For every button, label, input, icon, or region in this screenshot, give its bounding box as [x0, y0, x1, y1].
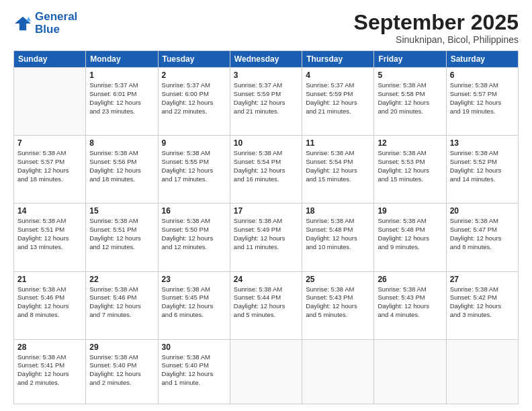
table-row: 17Sunrise: 5:38 AM Sunset: 5:49 PM Dayli… [230, 203, 302, 271]
subtitle: Sinuknipan, Bicol, Philippines [354, 34, 519, 45]
table-row: 27Sunrise: 5:38 AM Sunset: 5:42 PM Dayli… [446, 271, 518, 339]
day-info: Sunrise: 5:38 AM Sunset: 5:52 PM Dayligh… [450, 149, 515, 183]
day-info: Sunrise: 5:38 AM Sunset: 5:50 PM Dayligh… [162, 217, 226, 251]
table-row: 13Sunrise: 5:38 AM Sunset: 5:52 PM Dayli… [446, 136, 518, 203]
table-row [14, 68, 86, 136]
day-number: 10 [234, 138, 298, 148]
day-info: Sunrise: 5:38 AM Sunset: 5:40 PM Dayligh… [89, 353, 154, 387]
day-number: 30 [162, 342, 226, 352]
col-friday: Friday [374, 51, 446, 68]
table-row [446, 339, 518, 404]
table-row: 19Sunrise: 5:38 AM Sunset: 5:48 PM Dayli… [374, 203, 446, 271]
table-row: 20Sunrise: 5:38 AM Sunset: 5:47 PM Dayli… [446, 203, 518, 271]
day-info: Sunrise: 5:38 AM Sunset: 5:41 PM Dayligh… [17, 353, 82, 387]
day-number: 13 [450, 138, 515, 148]
table-row: 3Sunrise: 5:37 AM Sunset: 5:59 PM Daylig… [230, 68, 302, 136]
table-row: 25Sunrise: 5:38 AM Sunset: 5:43 PM Dayli… [302, 271, 374, 339]
day-number: 18 [306, 206, 370, 216]
header: General Blue September 2025 Sinuknipan, … [13, 11, 519, 45]
day-number: 19 [378, 206, 442, 216]
day-number: 21 [17, 275, 82, 284]
day-info: Sunrise: 5:38 AM Sunset: 5:51 PM Dayligh… [17, 217, 82, 251]
day-info: Sunrise: 5:38 AM Sunset: 5:55 PM Dayligh… [162, 149, 226, 183]
logo-icon [13, 15, 32, 32]
day-info: Sunrise: 5:38 AM Sunset: 5:43 PM Dayligh… [378, 285, 442, 320]
day-number: 29 [89, 342, 154, 352]
day-info: Sunrise: 5:38 AM Sunset: 5:40 PM Dayligh… [162, 353, 226, 387]
day-info: Sunrise: 5:38 AM Sunset: 5:47 PM Dayligh… [450, 217, 515, 251]
day-info: Sunrise: 5:38 AM Sunset: 5:51 PM Dayligh… [89, 217, 154, 251]
table-row [302, 339, 374, 404]
day-number: 4 [306, 71, 370, 80]
day-number: 14 [17, 206, 82, 216]
page: General Blue September 2025 Sinuknipan, … [0, 0, 532, 411]
day-info: Sunrise: 5:38 AM Sunset: 5:43 PM Dayligh… [306, 285, 370, 320]
day-info: Sunrise: 5:38 AM Sunset: 5:53 PM Dayligh… [378, 149, 442, 183]
table-row: 23Sunrise: 5:38 AM Sunset: 5:45 PM Dayli… [158, 271, 230, 339]
day-number: 17 [234, 206, 298, 216]
logo: General Blue [13, 11, 77, 36]
day-number: 16 [162, 206, 226, 216]
day-number: 7 [17, 138, 82, 148]
table-row [230, 339, 302, 404]
day-info: Sunrise: 5:38 AM Sunset: 5:58 PM Dayligh… [378, 81, 442, 116]
day-info: Sunrise: 5:38 AM Sunset: 5:54 PM Dayligh… [306, 149, 370, 183]
table-row: 4Sunrise: 5:37 AM Sunset: 5:59 PM Daylig… [302, 68, 374, 136]
day-number: 6 [450, 71, 515, 80]
day-number: 22 [89, 275, 154, 284]
day-number: 26 [378, 275, 442, 284]
col-monday: Monday [86, 51, 158, 68]
day-number: 9 [162, 138, 226, 148]
calendar-week-row: 14Sunrise: 5:38 AM Sunset: 5:51 PM Dayli… [14, 203, 519, 271]
table-row: 9Sunrise: 5:38 AM Sunset: 5:55 PM Daylig… [158, 136, 230, 203]
day-info: Sunrise: 5:38 AM Sunset: 5:46 PM Dayligh… [17, 285, 82, 320]
calendar-table: Sunday Monday Tuesday Wednesday Thursday… [13, 50, 519, 404]
svg-marker-1 [26, 16, 31, 21]
day-number: 28 [17, 342, 82, 352]
table-row: 1Sunrise: 5:37 AM Sunset: 6:01 PM Daylig… [86, 68, 158, 136]
month-title: September 2025 [354, 11, 519, 34]
day-number: 5 [378, 71, 442, 80]
day-info: Sunrise: 5:38 AM Sunset: 5:49 PM Dayligh… [234, 217, 298, 251]
col-sunday: Sunday [14, 51, 86, 68]
table-row: 14Sunrise: 5:38 AM Sunset: 5:51 PM Dayli… [14, 203, 86, 271]
table-row: 2Sunrise: 5:37 AM Sunset: 6:00 PM Daylig… [158, 68, 230, 136]
logo-text: General Blue [35, 11, 77, 36]
table-row: 28Sunrise: 5:38 AM Sunset: 5:41 PM Dayli… [14, 339, 86, 404]
day-info: Sunrise: 5:38 AM Sunset: 5:48 PM Dayligh… [306, 217, 370, 251]
table-row: 21Sunrise: 5:38 AM Sunset: 5:46 PM Dayli… [14, 271, 86, 339]
table-row: 12Sunrise: 5:38 AM Sunset: 5:53 PM Dayli… [374, 136, 446, 203]
day-number: 23 [162, 275, 226, 284]
day-info: Sunrise: 5:38 AM Sunset: 5:54 PM Dayligh… [234, 149, 298, 183]
day-info: Sunrise: 5:37 AM Sunset: 6:00 PM Dayligh… [162, 81, 226, 116]
table-row: 16Sunrise: 5:38 AM Sunset: 5:50 PM Dayli… [158, 203, 230, 271]
calendar-header-row: Sunday Monday Tuesday Wednesday Thursday… [14, 51, 519, 68]
day-number: 3 [234, 71, 298, 80]
table-row: 11Sunrise: 5:38 AM Sunset: 5:54 PM Dayli… [302, 136, 374, 203]
table-row [374, 339, 446, 404]
day-number: 8 [89, 138, 154, 148]
calendar-week-row: 1Sunrise: 5:37 AM Sunset: 6:01 PM Daylig… [14, 68, 519, 136]
col-wednesday: Wednesday [230, 51, 302, 68]
day-info: Sunrise: 5:38 AM Sunset: 5:56 PM Dayligh… [89, 149, 154, 183]
table-row: 30Sunrise: 5:38 AM Sunset: 5:40 PM Dayli… [158, 339, 230, 404]
day-info: Sunrise: 5:38 AM Sunset: 5:44 PM Dayligh… [234, 285, 298, 320]
col-thursday: Thursday [302, 51, 374, 68]
title-block: September 2025 Sinuknipan, Bicol, Philip… [354, 11, 519, 45]
day-number: 24 [234, 275, 298, 284]
table-row: 8Sunrise: 5:38 AM Sunset: 5:56 PM Daylig… [86, 136, 158, 203]
day-info: Sunrise: 5:38 AM Sunset: 5:46 PM Dayligh… [89, 285, 154, 320]
table-row: 18Sunrise: 5:38 AM Sunset: 5:48 PM Dayli… [302, 203, 374, 271]
day-number: 25 [306, 275, 370, 284]
calendar-week-row: 21Sunrise: 5:38 AM Sunset: 5:46 PM Dayli… [14, 271, 519, 339]
calendar-week-row: 7Sunrise: 5:38 AM Sunset: 5:57 PM Daylig… [14, 136, 519, 203]
table-row: 5Sunrise: 5:38 AM Sunset: 5:58 PM Daylig… [374, 68, 446, 136]
day-info: Sunrise: 5:38 AM Sunset: 5:48 PM Dayligh… [378, 217, 442, 251]
day-number: 11 [306, 138, 370, 148]
table-row: 24Sunrise: 5:38 AM Sunset: 5:44 PM Dayli… [230, 271, 302, 339]
day-number: 1 [89, 71, 154, 80]
day-number: 15 [89, 206, 154, 216]
table-row: 7Sunrise: 5:38 AM Sunset: 5:57 PM Daylig… [14, 136, 86, 203]
day-info: Sunrise: 5:37 AM Sunset: 6:01 PM Dayligh… [89, 81, 154, 116]
table-row: 26Sunrise: 5:38 AM Sunset: 5:43 PM Dayli… [374, 271, 446, 339]
